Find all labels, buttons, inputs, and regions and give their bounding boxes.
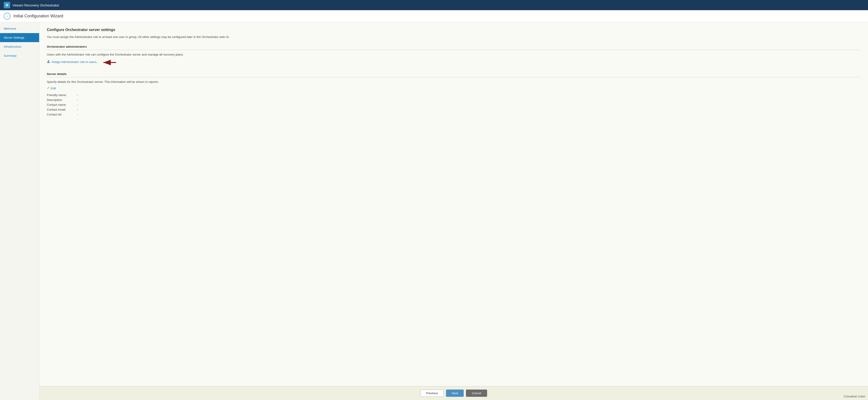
friendly-name-value: - xyxy=(77,93,78,97)
contact-email-label: Contact email: xyxy=(47,108,77,111)
contact-name-value: - xyxy=(77,103,78,106)
person-icon xyxy=(47,60,50,64)
admin-section-desc: Users with the Administrator role can co… xyxy=(47,52,861,57)
wizard-header: ‹ Initial Configuration Wizard xyxy=(0,10,868,22)
field-contact-name: Contact name: - xyxy=(47,103,861,106)
sidebar-item-server-settings[interactable]: Server Settings xyxy=(0,33,39,42)
edit-label: Edit xyxy=(51,87,56,90)
assign-admin-label: Assign Administrator role to users... xyxy=(52,60,99,64)
title-bar: Veeam Recovery Orchestrator xyxy=(0,0,868,10)
next-button[interactable]: Next xyxy=(446,390,464,397)
admin-section: Orchestrator administrators Users with t… xyxy=(47,45,861,67)
wizard-footer: Previous Next Cancel xyxy=(39,386,868,400)
admin-section-header: Orchestrator administrators xyxy=(47,45,861,50)
details-table: Friendly name: - Description: - Contact … xyxy=(47,93,861,116)
page-description: You must assign the Administrator role t… xyxy=(47,35,861,39)
friendly-name-label: Friendly name: xyxy=(47,93,77,97)
page-title: Configure Orchestrator server settings xyxy=(47,28,861,32)
field-friendly-name: Friendly name: - xyxy=(47,93,861,97)
field-description: Description: - xyxy=(47,98,861,102)
sidebar: Welcome Server Settings Infrastructure S… xyxy=(0,22,39,400)
contact-tel-label: Contact tel: xyxy=(47,113,77,116)
contact-tel-value: - xyxy=(77,113,78,116)
server-details-section: Server details Specify details for this … xyxy=(47,72,861,116)
previous-button[interactable]: Previous xyxy=(420,390,444,397)
svg-point-1 xyxy=(48,60,49,62)
sidebar-item-welcome[interactable]: Welcome xyxy=(0,24,39,33)
app-logo xyxy=(4,2,10,8)
field-contact-email: Contact email: - xyxy=(47,108,861,111)
description-value: - xyxy=(77,98,78,102)
copyright-text: ©Jonathan Colon xyxy=(844,395,865,398)
back-button[interactable]: ‹ xyxy=(4,13,11,20)
server-section-desc: Specify details for this Orchestrator se… xyxy=(47,79,861,84)
content-inner: Configure Orchestrator server settings Y… xyxy=(39,22,868,386)
app-title: Veeam Recovery Orchestrator xyxy=(12,3,59,7)
contact-email-value: - xyxy=(77,108,78,111)
main-layout: Welcome Server Settings Infrastructure S… xyxy=(0,22,868,400)
sidebar-item-summary[interactable]: Summary xyxy=(0,51,39,60)
sidebar-item-infrastructure[interactable]: Infrastructure xyxy=(0,42,39,51)
wizard-title: Initial Configuration Wizard xyxy=(13,14,63,19)
assign-admin-link[interactable]: Assign Administrator role to users... xyxy=(47,60,99,64)
content-area: Configure Orchestrator server settings Y… xyxy=(39,22,868,400)
cancel-button[interactable]: Cancel xyxy=(466,390,487,397)
pencil-icon xyxy=(47,87,50,90)
edit-link[interactable]: Edit xyxy=(47,87,861,90)
contact-name-label: Contact name: xyxy=(47,103,77,106)
red-arrow-annotation xyxy=(101,59,117,67)
server-section-header: Server details xyxy=(47,72,861,77)
description-label: Description: xyxy=(47,98,77,102)
field-contact-tel: Contact tel: - xyxy=(47,113,861,116)
